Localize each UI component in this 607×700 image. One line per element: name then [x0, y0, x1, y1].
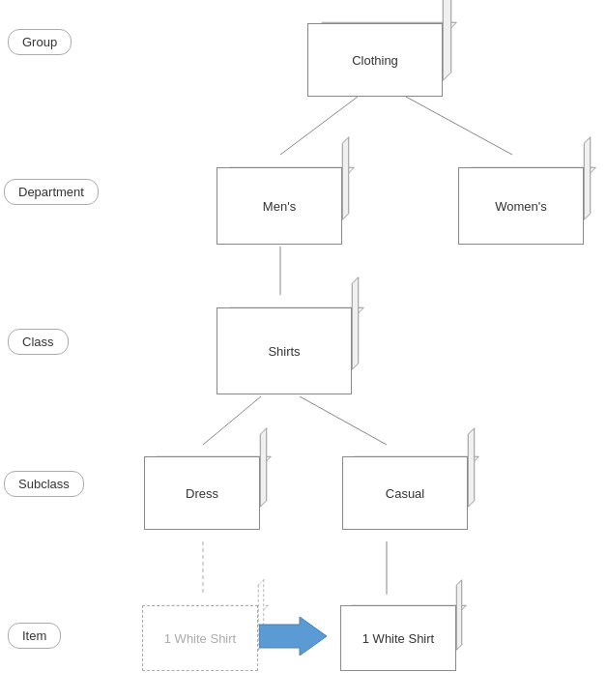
department-label: Department — [4, 179, 99, 205]
shirts-front: Shirts — [217, 307, 352, 394]
svg-line-1 — [406, 97, 512, 155]
womens-front: Women's — [458, 167, 584, 245]
item-label: Item — [8, 623, 61, 649]
group-label: Group — [8, 29, 72, 55]
svg-marker-7 — [259, 617, 327, 656]
arrow-shape — [259, 617, 327, 658]
item-source-front: 1 White Shirt — [142, 605, 258, 671]
mens-front: Men's — [217, 167, 342, 245]
dress-front: Dress — [144, 456, 260, 530]
subclass-label: Subclass — [4, 471, 84, 497]
svg-line-4 — [300, 396, 387, 445]
item-target-front: 1 White Shirt — [340, 605, 456, 671]
clothing-front: Clothing — [307, 23, 443, 97]
diagram-container: Group Department Class Subclass Item Clo… — [0, 0, 607, 700]
class-label: Class — [8, 329, 69, 355]
svg-line-3 — [203, 396, 261, 445]
casual-front: Casual — [342, 456, 468, 530]
